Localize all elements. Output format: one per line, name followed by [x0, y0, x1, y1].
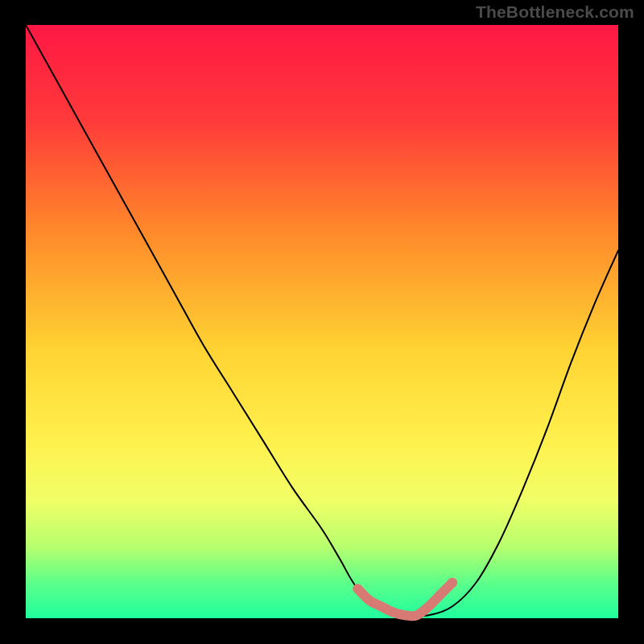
- marker-dot: [448, 578, 457, 588]
- bottleneck-chart: TheBottleneck.com: [0, 0, 644, 644]
- watermark-text: TheBottleneck.com: [476, 2, 634, 22]
- chart-canvas: [0, 0, 644, 644]
